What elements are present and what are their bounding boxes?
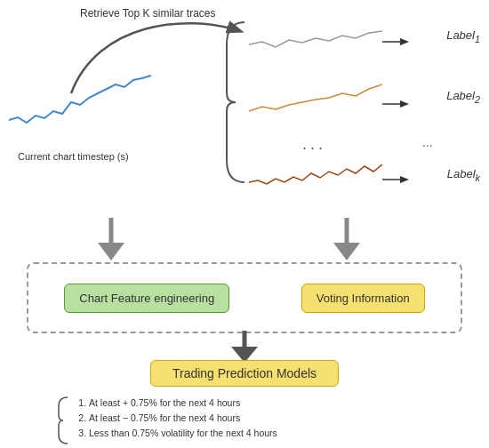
svg-marker-6 — [400, 176, 409, 183]
list-item-1: At least + 0.75% for the next 4 hours — [89, 396, 277, 411]
svg-marker-8 — [98, 243, 124, 260]
label-k: Labelk — [447, 167, 480, 183]
trace-2 — [249, 80, 382, 124]
main-down-arrow-icon — [227, 331, 262, 363]
right-down-arrow-icon — [329, 218, 365, 260]
trading-prediction-box: Trading Prediction Models — [150, 360, 339, 387]
dots-label-separator: ... — [422, 135, 433, 149]
voting-information-box: Voting Information — [301, 284, 425, 313]
current-chart — [9, 71, 151, 142]
prediction-list: At least + 0.75% for the next 4 hours At… — [71, 396, 277, 440]
svg-marker-2 — [400, 38, 409, 45]
svg-marker-4 — [400, 100, 409, 108]
label-1: Label1 — [446, 28, 480, 44]
arrow-label2 — [382, 96, 409, 112]
current-chart-label: Current chart timestep (s) — [18, 151, 129, 162]
feature-voting-container: Chart Feature engineering Voting Informa… — [27, 262, 462, 333]
arrow-label1 — [382, 34, 409, 50]
brace-icon — [222, 18, 249, 187]
svg-marker-10 — [333, 243, 360, 260]
list-brace-icon — [55, 396, 71, 445]
feature-engineering-box: Chart Feature engineering — [64, 284, 229, 313]
label-2: Label2 — [446, 89, 480, 105]
dots-separator: ... — [302, 135, 326, 154]
trace-1 — [249, 22, 382, 62]
trace-3 — [249, 156, 382, 200]
list-item-3: Less than 0.75% volatility for the next … — [89, 426, 277, 441]
left-down-arrow-icon — [93, 218, 129, 260]
arrow-label3 — [382, 172, 409, 188]
list-item-2: At least − 0.75% for the next 4 hours — [89, 411, 277, 426]
diagram: Retrieve Top K similar traces Current ch… — [0, 0, 489, 448]
bullet-list: At least + 0.75% for the next 4 hours At… — [71, 396, 277, 440]
